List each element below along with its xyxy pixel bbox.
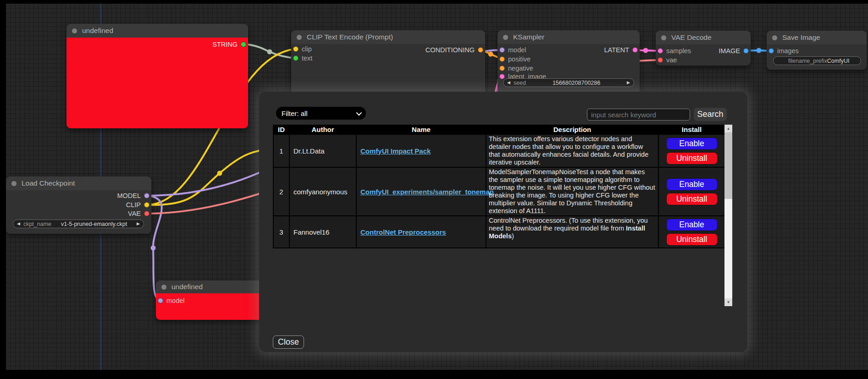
output-dot-clip[interactable] xyxy=(144,202,149,208)
input-slot-positive: positive xyxy=(499,55,531,63)
input-dot-clip[interactable] xyxy=(293,46,299,52)
collapse-dot-icon[interactable] xyxy=(297,35,302,40)
output-slot-model: MODEL xyxy=(117,192,149,200)
cell-description: ModelSamplerTonemapNoiseTest a node that… xyxy=(486,167,658,216)
search-button[interactable]: Search xyxy=(694,108,727,121)
cell-name: ComfyUI Impact Pack xyxy=(356,134,486,167)
output-dot-string[interactable] xyxy=(241,42,246,47)
decrement-arrow-icon[interactable]: ◀ xyxy=(17,222,20,226)
input-dot-model[interactable] xyxy=(499,47,505,53)
input-dot-text[interactable] xyxy=(293,55,299,61)
extension-link[interactable]: ComfyUI_experiments/sampler_tonemap xyxy=(360,188,494,196)
node-vae-decode[interactable]: VAE Decode samples vae IMAGE xyxy=(656,31,751,66)
description-text: ) xyxy=(512,232,514,240)
uninstall-button[interactable]: Uninstall xyxy=(666,152,718,165)
output-slot-latent: LATENT xyxy=(604,46,638,54)
extensions-table-body: 1Dr.Lt.DataComfyUI Impact PackThis exten… xyxy=(273,134,725,248)
cell-install: EnableUninstall xyxy=(658,216,725,248)
input-slot-vae: vae xyxy=(658,56,677,64)
enable-button[interactable]: Enable xyxy=(666,219,718,231)
extensions-table: ID Author Name Description Install 1Dr.L… xyxy=(273,125,725,248)
col-header-author: Author xyxy=(289,125,356,134)
cell-name: ComfyUI_experiments/sampler_tonemap xyxy=(356,167,486,216)
input-dot-samples[interactable] xyxy=(658,48,663,54)
node-title: undefined xyxy=(82,27,113,35)
node-title: Load Checkpoint xyxy=(22,179,75,187)
output-slot-clip: CLIP xyxy=(126,201,149,209)
node-title: undefined xyxy=(171,283,203,291)
uninstall-button[interactable]: Uninstall xyxy=(666,193,718,205)
collapse-dot-icon[interactable] xyxy=(11,181,17,186)
node-title: CLIP Text Encode (Prompt) xyxy=(307,33,393,41)
table-row: 2comfyanonymousComfyUI_experiments/sampl… xyxy=(273,167,725,216)
table-scrollbar[interactable]: ▲ ▼ xyxy=(724,125,732,306)
close-button[interactable]: Close xyxy=(273,335,304,349)
input-dot-model[interactable] xyxy=(158,298,163,303)
input-slot-samples: samples xyxy=(658,47,691,55)
cell-name: ControlNet Preprocessors xyxy=(356,216,486,248)
cell-id: 3 xyxy=(273,216,289,248)
output-dot-model[interactable] xyxy=(144,193,149,198)
node-title: VAE Decode xyxy=(671,33,712,42)
input-slot-images: images xyxy=(768,47,799,55)
search-input[interactable] xyxy=(587,109,690,121)
description-text: ModelSamplerTonemapNoiseTest a node that… xyxy=(489,168,655,214)
description-text: ControlNet Preprocessors. (To use this e… xyxy=(489,217,648,232)
cell-install: EnableUninstall xyxy=(658,134,725,167)
decrement-arrow-icon[interactable]: ◀ xyxy=(507,81,510,85)
collapse-dot-icon[interactable] xyxy=(161,285,166,290)
custom-nodes-dialog: Filter: all Search ID Author Name Descri… xyxy=(259,92,747,352)
filter-select[interactable]: Filter: all xyxy=(276,107,366,120)
scrollbar-thumb[interactable] xyxy=(724,132,732,199)
input-dot-images[interactable] xyxy=(768,48,774,54)
collapse-dot-icon[interactable] xyxy=(661,35,666,40)
input-dot-vae[interactable] xyxy=(658,57,663,63)
node-clip-text-encode[interactable]: CLIP Text Encode (Prompt) clip text COND… xyxy=(291,30,485,97)
col-header-description: Description xyxy=(486,125,658,134)
cell-author: comfyanonymous xyxy=(289,167,356,216)
input-slot-clip: clip xyxy=(293,45,312,53)
col-header-install: Install xyxy=(658,125,725,134)
output-slot-string: STRING xyxy=(212,40,246,49)
output-dot-vae[interactable] xyxy=(144,211,149,216)
table-row: 3Fannovel16ControlNet PreprocessorsContr… xyxy=(273,216,725,248)
node-save-image[interactable]: Save Image images filename_prefix ComfyU… xyxy=(767,31,867,70)
cell-author: Fannovel16 xyxy=(289,216,356,248)
node-load-checkpoint[interactable]: Load Checkpoint MODEL CLIP VAE ◀ ckpt_na… xyxy=(6,176,151,234)
scroll-down-icon[interactable]: ▼ xyxy=(724,298,732,306)
comfyui-canvas: undefined STRING CLIP Text Encode (Promp… xyxy=(0,0,868,379)
seed-widget[interactable]: ◀ seed 156680208700286 ▶ xyxy=(503,78,634,87)
increment-arrow-icon[interactable]: ▶ xyxy=(137,222,140,226)
cell-description: This extension offers various detector n… xyxy=(486,134,658,167)
input-dot-positive[interactable] xyxy=(499,56,505,62)
output-slot-vae: VAE xyxy=(128,209,149,218)
collapse-dot-icon[interactable] xyxy=(503,35,508,40)
uninstall-button[interactable]: Uninstall xyxy=(666,233,718,246)
table-header-row: ID Author Name Description Install xyxy=(273,125,725,134)
node-ksampler[interactable]: KSampler model positive negative latent_… xyxy=(498,30,640,97)
table-row: 1Dr.Lt.DataComfyUI Impact PackThis exten… xyxy=(273,134,725,167)
collapse-dot-icon[interactable] xyxy=(72,28,77,33)
collapse-dot-icon[interactable] xyxy=(772,35,777,40)
input-dot-latent-image[interactable] xyxy=(499,74,505,79)
output-dot-image[interactable] xyxy=(743,48,749,54)
node-undefined-bottom[interactable]: undefined model xyxy=(156,280,268,320)
node-undefined-top[interactable]: undefined STRING xyxy=(66,24,248,128)
input-slot-text: text xyxy=(293,54,312,62)
enable-button[interactable]: Enable xyxy=(666,178,718,191)
ckpt-name-widget[interactable]: ◀ ckpt_name v1-5-pruned-emaonly.ckpt ▶ xyxy=(13,220,144,228)
extension-link[interactable]: ComfyUI Impact Pack xyxy=(360,147,431,155)
extension-link[interactable]: ControlNet Preprocessors xyxy=(360,228,446,236)
output-dot-latent[interactable] xyxy=(632,47,638,53)
output-dot-conditioning[interactable] xyxy=(478,47,483,53)
cell-id: 1 xyxy=(273,134,289,167)
increment-arrow-icon[interactable]: ▶ xyxy=(627,81,630,85)
filename-prefix-widget[interactable]: filename_prefix ComfyUI xyxy=(773,56,861,65)
cell-author: Dr.Lt.Data xyxy=(289,134,356,167)
enable-button[interactable]: Enable xyxy=(666,137,718,150)
output-slot-image: IMAGE xyxy=(719,47,749,55)
input-dot-negative[interactable] xyxy=(499,66,505,71)
cell-install: EnableUninstall xyxy=(658,167,725,216)
input-slot-model: model xyxy=(499,46,526,54)
scroll-up-icon[interactable]: ▲ xyxy=(724,125,732,132)
